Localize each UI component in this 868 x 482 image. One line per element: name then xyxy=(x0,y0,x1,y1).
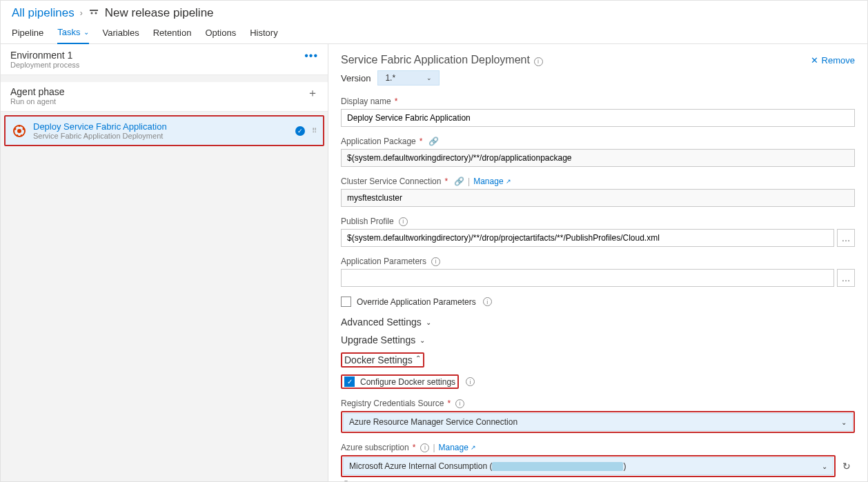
task-status-ok-icon: ✓ xyxy=(295,126,305,136)
svg-point-9 xyxy=(19,125,21,127)
azure-subscription-label: Azure subscription xyxy=(341,443,409,452)
svg-point-5 xyxy=(14,128,17,130)
app-params-label: Application Parameters xyxy=(341,257,426,266)
svg-point-6 xyxy=(23,128,25,130)
scoped-text: Scoped to subscription 'Microsoft Azure … xyxy=(353,480,561,481)
breadcrumb-all-pipelines[interactable]: All pipelines xyxy=(12,6,75,20)
app-package-label: Application Package xyxy=(341,137,416,146)
tab-history[interactable]: History xyxy=(250,23,277,43)
app-package-input[interactable] xyxy=(341,149,855,167)
version-select[interactable]: 1.*⌄ xyxy=(377,70,440,86)
tab-bar: Pipeline Tasks ⌄ Variables Retention Opt… xyxy=(1,20,867,44)
info-icon[interactable]: i xyxy=(534,57,543,66)
svg-point-7 xyxy=(17,134,19,137)
chevron-down-icon: ⌄ xyxy=(841,419,847,426)
manage-link[interactable]: Manage ↗ xyxy=(473,177,511,186)
agent-phase-subtitle: Run on agent xyxy=(10,97,65,106)
browse-button[interactable]: … xyxy=(837,229,855,247)
chevron-down-icon: ⌄ xyxy=(426,74,432,81)
breadcrumb-current: New release pipeline xyxy=(105,6,214,20)
azure-subscription-select[interactable]: Microsoft Azure Internal Consumption () … xyxy=(343,457,834,475)
remove-button[interactable]: ✕ Remove xyxy=(811,55,855,66)
chevron-down-icon: ⌄ xyxy=(822,463,827,470)
chevron-right-icon: › xyxy=(80,8,83,18)
svg-point-8 xyxy=(21,134,23,137)
service-fabric-icon xyxy=(12,124,26,138)
external-link-icon: ↗ xyxy=(506,178,511,185)
task-subtitle: Service Fabric Application Deployment xyxy=(33,132,288,140)
section-upgrade[interactable]: Upgrade Settings ⌄ xyxy=(341,334,855,345)
environment-title[interactable]: Environment 1 xyxy=(10,50,79,61)
agent-phase-title[interactable]: Agent phase xyxy=(10,86,65,97)
task-title: Deploy Service Fabric Application xyxy=(33,121,288,132)
svg-rect-2 xyxy=(90,10,98,11)
registry-source-select[interactable]: Azure Resource Manager Service Connectio… xyxy=(343,413,853,431)
manage-link[interactable]: Manage ↗ xyxy=(439,443,476,452)
display-name-label: Display name xyxy=(341,97,391,106)
configure-docker-label: Configure Docker settings xyxy=(360,377,455,387)
info-icon[interactable]: i xyxy=(483,297,492,306)
svg-point-1 xyxy=(95,12,97,14)
registry-source-label: Registry Credentials Source xyxy=(341,399,444,408)
task-row-deploy-sf[interactable]: Deploy Service Fabric Application Servic… xyxy=(4,115,324,146)
chevron-down-icon: ⌄ xyxy=(420,337,425,344)
info-icon[interactable]: i xyxy=(420,443,429,452)
svg-point-4 xyxy=(17,129,21,133)
version-label: Version xyxy=(341,73,371,83)
task-details-panel: Service Fabric Application Deployment i … xyxy=(328,44,867,481)
app-params-input[interactable] xyxy=(341,269,834,287)
info-icon: i xyxy=(342,481,350,481)
link-icon[interactable]: 🔗 xyxy=(454,177,464,186)
cluster-conn-input[interactable] xyxy=(341,189,855,207)
tab-pipeline[interactable]: Pipeline xyxy=(12,23,43,43)
environment-subtitle: Deployment process xyxy=(10,61,79,69)
drag-handle-icon[interactable]: ⠿ xyxy=(312,127,316,134)
info-icon[interactable]: i xyxy=(455,399,464,408)
tab-options[interactable]: Options xyxy=(205,23,236,43)
section-advanced[interactable]: Advanced Settings ⌄ xyxy=(341,317,855,328)
display-name-input[interactable] xyxy=(341,109,855,127)
info-icon[interactable]: i xyxy=(466,377,475,386)
override-params-checkbox[interactable] xyxy=(341,297,351,307)
override-params-label: Override Application Parameters xyxy=(357,297,476,307)
configure-docker-checkbox[interactable]: ✓ xyxy=(344,376,355,387)
tab-retention[interactable]: Retention xyxy=(153,23,192,43)
more-icon[interactable]: ••• xyxy=(304,50,318,62)
cluster-conn-label: Cluster Service Connection xyxy=(341,177,441,186)
publish-profile-input[interactable] xyxy=(341,229,834,247)
link-icon[interactable]: 🔗 xyxy=(428,137,439,146)
tab-variables[interactable]: Variables xyxy=(103,23,139,43)
external-link-icon: ↗ xyxy=(471,444,476,451)
chevron-up-icon: ⌃ xyxy=(415,354,421,365)
info-icon[interactable]: i xyxy=(399,217,408,226)
section-docker[interactable]: Docker Settings ⌃ xyxy=(341,352,855,368)
chevron-down-icon: ⌄ xyxy=(83,28,89,36)
browse-button[interactable]: … xyxy=(837,269,855,287)
pipeline-icon xyxy=(88,8,99,18)
redacted-content xyxy=(492,462,623,471)
close-icon: ✕ xyxy=(811,55,818,66)
publish-profile-label: Publish Profile xyxy=(341,217,394,226)
refresh-button[interactable]: ↻ xyxy=(838,458,855,474)
add-task-button[interactable]: ＋ xyxy=(307,86,318,101)
panel-title: Service Fabric Application Deployment xyxy=(341,54,530,66)
breadcrumb: All pipelines › New release pipeline xyxy=(1,1,867,20)
svg-point-0 xyxy=(90,12,92,14)
tab-tasks[interactable]: Tasks ⌄ xyxy=(57,23,88,44)
left-panel: Environment 1 Deployment process ••• Age… xyxy=(1,44,328,481)
info-icon[interactable]: i xyxy=(431,257,440,266)
chevron-down-icon: ⌄ xyxy=(426,319,431,326)
